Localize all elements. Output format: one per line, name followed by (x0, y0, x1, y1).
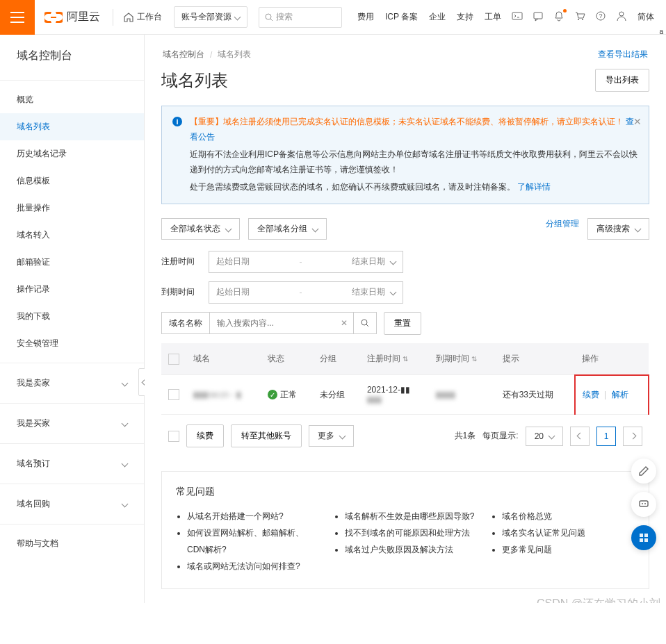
exp-date-range[interactable]: 起始日期-结束日期 (209, 281, 403, 304)
op-resolve-link[interactable]: 解析 (612, 390, 628, 399)
nav-ticket[interactable]: 工单 (480, 11, 506, 23)
reset-button[interactable]: 重置 (384, 312, 421, 335)
float-app-button[interactable] (631, 525, 656, 550)
message-icon[interactable] (528, 10, 548, 24)
faq-link[interactable]: 域名实名认证常见问题 (502, 525, 635, 541)
faq-link[interactable]: 域名解析不生效是由哪些原因导致? (345, 508, 478, 525)
sidebar-item-info-template[interactable]: 信息模板 (0, 167, 144, 195)
pager-next[interactable] (623, 427, 642, 446)
sidebar-item-overview[interactable]: 概览 (0, 86, 144, 113)
nav-enterprise[interactable]: 企业 (424, 11, 450, 23)
faq-link[interactable]: 域名价格总览 (502, 508, 635, 525)
faq-title: 常见问题 (176, 486, 635, 498)
batch-renew-button[interactable]: 续费 (186, 424, 224, 447)
alert-link-more[interactable]: 了解详情 (517, 182, 551, 192)
pager-prev[interactable] (570, 427, 590, 446)
chevron-down-icon (312, 226, 319, 233)
cell-domain[interactable]: ▮▮▮sw.cn - ▮ (193, 390, 241, 399)
filter-group[interactable]: 全部域名分组 (248, 218, 327, 240)
float-edit-button[interactable] (631, 459, 656, 484)
svg-point-7 (619, 12, 624, 16)
chevron-down-icon (339, 433, 346, 440)
exp-time-label: 到期时间 (161, 286, 200, 298)
sidebar-group-seller[interactable]: 我是卖家 (0, 369, 144, 397)
sidebar-item-domain-list[interactable]: 域名列表 (0, 113, 144, 140)
chevron-down-icon (390, 289, 397, 296)
export-button[interactable]: 导出列表 (595, 69, 649, 92)
pager-size-select[interactable]: 20 (526, 427, 563, 446)
global-search[interactable]: 搜索 (259, 7, 342, 28)
menu-toggle[interactable] (0, 0, 35, 35)
sort-icon: ⇅ (471, 355, 477, 363)
faq-link[interactable]: 从域名开始搭建一个网站? (187, 508, 320, 525)
th-op: 操作 (575, 343, 649, 375)
sidebar-item-op-log[interactable]: 操作记录 (0, 276, 144, 303)
svg-rect-14 (640, 534, 643, 537)
help-icon[interactable]: ? (591, 10, 610, 24)
workbench-link[interactable]: 工作台 (116, 6, 170, 28)
faq-link[interactable]: 域名过户失败原因及解决方法 (345, 541, 478, 558)
adv-search-toggle[interactable]: 高级搜索 (587, 218, 649, 240)
op-renew-link[interactable]: 续费 (583, 390, 599, 399)
group-manage-link[interactable]: 分组管理 (546, 218, 579, 240)
chevron-down-icon (122, 420, 129, 427)
chevron-down-icon (225, 226, 232, 233)
alert-close[interactable]: ✕ (633, 113, 642, 131)
sidebar-group-reserve[interactable]: 域名预订 (0, 449, 144, 478)
faq-link[interactable]: 更多常见问题 (502, 541, 635, 558)
chevron-down-icon (549, 433, 555, 440)
clear-icon[interactable]: ✕ (335, 313, 353, 333)
nav-support[interactable]: 支持 (452, 11, 478, 23)
lang-switch[interactable]: 简体 (633, 11, 659, 23)
brand-logo[interactable]: 阿里云 (35, 10, 110, 24)
th-status: 状态 (261, 343, 313, 375)
view-export-link[interactable]: 查看导出结果 (598, 49, 648, 60)
pager-per-label: 每页显示: (482, 430, 518, 442)
batch-row: 续费 转至其他账号 更多 共1条 每页显示: 20 1 (161, 415, 649, 457)
sidebar-help-docs[interactable]: 帮助与文档 (0, 530, 144, 557)
faq-link[interactable]: 如何设置网站解析、邮箱解析、CDN解析? (187, 525, 320, 558)
th-exp[interactable]: 到期时间⇅ (429, 343, 496, 375)
faq-link[interactable]: 找不到域名的可能原因和处理方法 (345, 525, 478, 541)
account-dropdown[interactable]: 账号全部资源 (174, 6, 247, 28)
sidebar-item-history[interactable]: 历史域名记录 (0, 140, 144, 167)
sidebar-item-email-verify[interactable]: 邮箱验证 (0, 249, 144, 276)
sidebar-item-security-lock[interactable]: 安全锁管理 (0, 330, 144, 357)
filter-status[interactable]: 全部域名状态 (161, 218, 240, 240)
pager-total: 共1条 (455, 430, 476, 442)
svg-point-10 (362, 320, 367, 325)
chevron-down-icon (234, 14, 241, 21)
select-all-checkbox[interactable] (168, 354, 179, 365)
reg-time-label: 注册时间 (161, 256, 200, 267)
batch-transfer-button[interactable]: 转至其他账号 (231, 424, 302, 447)
sidebar-item-downloads[interactable]: 我的下载 (0, 303, 144, 330)
sidebar-group-buyback[interactable]: 域名回购 (0, 490, 144, 518)
sidebar-item-batch[interactable]: 批量操作 (0, 195, 144, 222)
batch-more-dropdown[interactable]: 更多 (309, 425, 354, 447)
sidebar-group-buyer[interactable]: 我是买家 (0, 409, 144, 438)
cart-icon[interactable] (570, 10, 590, 24)
breadcrumb-root[interactable]: 域名控制台 (163, 49, 204, 60)
reg-date-range[interactable]: 起始日期-结束日期 (209, 251, 403, 273)
nav-fee[interactable]: 费用 (352, 11, 379, 23)
topbar: 阿里云 工作台 账号全部资源 搜索 费用 ICP 备案 企业 支持 工单 ? 简… (0, 0, 666, 35)
user-icon[interactable] (612, 10, 631, 24)
th-reg[interactable]: 注册时间⇅ (360, 343, 429, 375)
sidebar: 域名控制台 概览 域名列表 历史域名记录 信息模板 批量操作 域名转入 邮箱验证… (0, 35, 145, 603)
float-chat-button[interactable] (631, 492, 656, 517)
sidebar-item-transfer-in[interactable]: 域名转入 (0, 222, 144, 249)
svg-rect-17 (644, 538, 648, 542)
pager-page-1[interactable]: 1 (596, 427, 616, 446)
nav-icp[interactable]: ICP 备案 (380, 11, 423, 23)
svg-rect-1 (512, 13, 522, 19)
chevron-down-icon (390, 258, 397, 265)
domain-search-input[interactable] (210, 313, 335, 333)
batch-checkbox[interactable] (168, 431, 179, 442)
chevron-left-icon (576, 433, 583, 440)
bell-icon[interactable] (549, 10, 569, 24)
cloud-shell-icon[interactable] (507, 10, 527, 24)
search-button[interactable] (353, 313, 376, 333)
row-checkbox[interactable] (168, 389, 179, 400)
faq-link[interactable]: 域名或网站无法访问如何排查? (187, 558, 320, 575)
divider (113, 9, 113, 26)
